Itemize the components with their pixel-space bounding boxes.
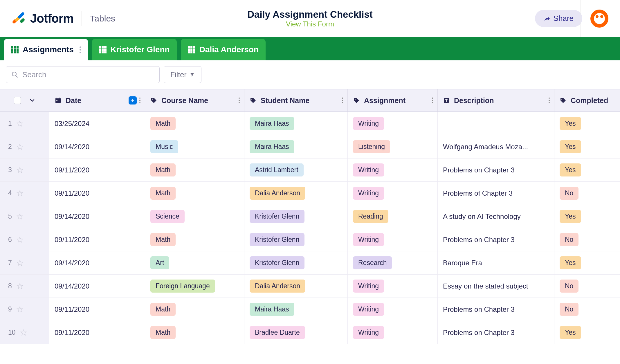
cell-date[interactable]: 09/11/2020	[49, 321, 145, 344]
cell-student[interactable]: Kristofer Glenn	[244, 205, 348, 228]
table-row[interactable]: 3☆09/11/2020MathAstrid LambertWritingPro…	[0, 158, 620, 182]
table-row[interactable]: 1☆03/25/2024MathMaira HaasWritingYes	[0, 112, 620, 135]
column-menu-icon[interactable]	[432, 98, 433, 103]
cell-completed[interactable]: Yes	[554, 158, 620, 181]
column-menu-icon[interactable]	[139, 98, 140, 103]
star-icon[interactable]: ☆	[16, 304, 24, 314]
table-row[interactable]: 6☆09/11/2020MathKristofer GlennWritingPr…	[0, 228, 620, 251]
cell-assignment[interactable]: Writing	[348, 298, 438, 321]
cell-completed[interactable]: Yes	[554, 321, 620, 344]
cell-description[interactable]	[438, 112, 554, 135]
column-menu-icon[interactable]	[549, 98, 550, 103]
cell-assignment[interactable]: Writing	[348, 158, 438, 181]
cell-description[interactable]: Baroque Era	[438, 251, 554, 274]
star-icon[interactable]: ☆	[20, 327, 28, 338]
cell-student[interactable]: Maira Haas	[244, 135, 348, 158]
header-select[interactable]	[0, 89, 49, 111]
cell-student[interactable]: Dalia Anderson	[244, 275, 348, 298]
header-date[interactable]: Date	[49, 89, 145, 111]
cell-date[interactable]: 09/11/2020	[49, 182, 145, 205]
cell-assignment[interactable]: Writing	[348, 228, 438, 251]
table-row[interactable]: 9☆09/11/2020MathMaira HaasWritingProblem…	[0, 298, 620, 321]
row-index-cell[interactable]: 1☆	[0, 112, 49, 135]
cell-course[interactable]: Science	[145, 205, 244, 228]
cell-date[interactable]: 09/11/2020	[49, 158, 145, 181]
search-input[interactable]	[22, 70, 154, 79]
table-row[interactable]: 4☆09/11/2020MathDalia AndersonWritingPro…	[0, 182, 620, 205]
cell-student[interactable]: Kristofer Glenn	[244, 251, 348, 274]
cell-student[interactable]: Maira Haas	[244, 112, 348, 135]
tab-assignments[interactable]: Assignments	[4, 39, 88, 60]
table-row[interactable]: 10☆09/11/2020MathBradlee DuarteWritingPr…	[0, 321, 620, 344]
header-completed[interactable]: Completed	[554, 89, 620, 111]
chevron-down-icon[interactable]	[29, 97, 36, 104]
cell-description[interactable]: Problems on Chapter 3	[438, 298, 554, 321]
cell-date[interactable]: 09/14/2020	[49, 135, 145, 158]
row-index-cell[interactable]: 9☆	[0, 298, 49, 321]
column-menu-icon[interactable]	[342, 98, 343, 103]
cell-assignment[interactable]: Research	[348, 251, 438, 274]
tab-kristofer-glenn[interactable]: Kristofer Glenn	[92, 39, 177, 60]
cell-course[interactable]: Art	[145, 251, 244, 274]
cell-course[interactable]: Math	[145, 228, 244, 251]
cell-date[interactable]: 09/11/2020	[49, 228, 145, 251]
select-all-checkbox[interactable]	[14, 97, 21, 104]
star-icon[interactable]: ☆	[16, 211, 24, 221]
cell-assignment[interactable]: Writing	[348, 275, 438, 298]
cell-date[interactable]: 09/14/2020	[49, 251, 145, 274]
table-row[interactable]: 2☆09/14/2020MusicMaira HaasListeningWolf…	[0, 135, 620, 158]
sort-indicator[interactable]	[129, 96, 137, 104]
row-index-cell[interactable]: 8☆	[0, 275, 49, 298]
search-box[interactable]	[6, 66, 160, 83]
cell-student[interactable]: Dalia Anderson	[244, 182, 348, 205]
tab-dalia-anderson[interactable]: Dalia Anderson	[181, 39, 266, 60]
header-student[interactable]: Student Name	[244, 89, 348, 111]
star-icon[interactable]: ☆	[16, 258, 24, 268]
row-index-cell[interactable]: 10☆	[0, 321, 49, 344]
filter-button[interactable]: Filter	[164, 66, 201, 83]
cell-completed[interactable]: Yes	[554, 135, 620, 158]
cell-assignment[interactable]: Writing	[348, 182, 438, 205]
cell-student[interactable]: Maira Haas	[244, 298, 348, 321]
cell-student[interactable]: Astrid Lambert	[244, 158, 348, 181]
table-row[interactable]: 5☆09/14/2020ScienceKristofer GlennReadin…	[0, 205, 620, 228]
star-icon[interactable]: ☆	[16, 142, 24, 152]
cell-assignment[interactable]: Listening	[348, 135, 438, 158]
star-icon[interactable]: ☆	[16, 118, 24, 129]
cell-description[interactable]: Problems on Chapter 3	[438, 228, 554, 251]
cell-course[interactable]: Music	[145, 135, 244, 158]
column-menu-icon[interactable]	[239, 98, 240, 103]
cell-completed[interactable]: Yes	[554, 205, 620, 228]
cell-course[interactable]: Math	[145, 321, 244, 344]
cell-course[interactable]: Foreign Language	[145, 275, 244, 298]
cell-completed[interactable]: No	[554, 228, 620, 251]
cell-completed[interactable]: No	[554, 298, 620, 321]
cell-course[interactable]: Math	[145, 112, 244, 135]
row-index-cell[interactable]: 5☆	[0, 205, 49, 228]
view-form-link[interactable]: View This Form	[247, 20, 373, 28]
cell-date[interactable]: 09/14/2020	[49, 275, 145, 298]
row-index-cell[interactable]: 4☆	[0, 182, 49, 205]
cell-assignment[interactable]: Writing	[348, 112, 438, 135]
cell-course[interactable]: Math	[145, 298, 244, 321]
cell-date[interactable]: 09/11/2020	[49, 298, 145, 321]
row-index-cell[interactable]: 6☆	[0, 228, 49, 251]
cell-course[interactable]: Math	[145, 158, 244, 181]
cell-completed[interactable]: Yes	[554, 251, 620, 274]
cell-description[interactable]: Wolfgang Amadeus Moza...	[438, 135, 554, 158]
cell-student[interactable]: Kristofer Glenn	[244, 228, 348, 251]
cell-assignment[interactable]: Reading	[348, 205, 438, 228]
logo[interactable]: Jotform	[12, 12, 73, 26]
table-row[interactable]: 7☆09/14/2020ArtKristofer GlennResearchBa…	[0, 251, 620, 275]
avatar[interactable]	[590, 10, 608, 28]
cell-student[interactable]: Bradlee Duarte	[244, 321, 348, 344]
cell-assignment[interactable]: Writing	[348, 321, 438, 344]
row-index-cell[interactable]: 2☆	[0, 135, 49, 158]
star-icon[interactable]: ☆	[16, 235, 24, 245]
cell-date[interactable]: 03/25/2024	[49, 112, 145, 135]
table-row[interactable]: 8☆09/14/2020Foreign LanguageDalia Anders…	[0, 275, 620, 298]
cell-completed[interactable]: Yes	[554, 112, 620, 135]
star-icon[interactable]: ☆	[16, 188, 24, 198]
row-index-cell[interactable]: 3☆	[0, 158, 49, 181]
cell-date[interactable]: 09/14/2020	[49, 205, 145, 228]
